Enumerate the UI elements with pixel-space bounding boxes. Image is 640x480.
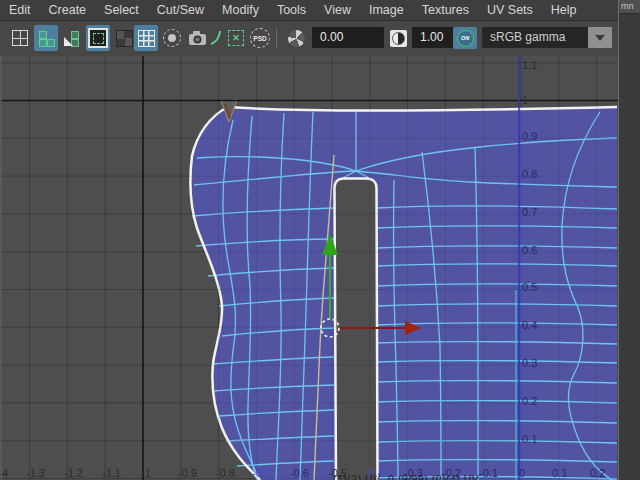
menu-tools[interactable]: Tools	[268, 0, 315, 20]
grab-swoosh-button[interactable]	[208, 25, 224, 51]
maya-uv-editor-window: EditCreateSelectCut/SewModifyToolsViewIm…	[0, 0, 640, 480]
menu-select[interactable]: Select	[95, 0, 148, 20]
dim-image-field[interactable]: 0.00	[312, 27, 384, 48]
menu-modify[interactable]: Modify	[213, 0, 268, 20]
menu-view[interactable]: View	[315, 0, 360, 20]
dim-image-button[interactable]	[284, 25, 308, 51]
chevron-down-icon	[595, 35, 605, 41]
green-swoosh-icon	[209, 29, 223, 47]
ruler-label-u: 0	[519, 467, 525, 479]
baked-texture-field[interactable]: 1.00	[412, 27, 454, 48]
image-display-button[interactable]	[86, 25, 110, 51]
ruler-label-v: 0.6	[522, 244, 537, 256]
ruler-label-v: 1.1	[522, 59, 537, 71]
ruler-label-v: 0.1	[522, 433, 537, 445]
ruler-label-u: -0.9	[178, 467, 197, 479]
ruler-label-v: 0.9	[522, 130, 537, 142]
colorspace-dropdown-arrow[interactable]	[588, 27, 612, 48]
ruler-label-v: 0.3	[522, 357, 537, 369]
snap-to-pixel-button[interactable]: ✕	[224, 25, 248, 51]
flip-shell-button[interactable]	[60, 25, 84, 51]
ruler-label-u: -0.1	[479, 467, 498, 479]
snap-to-pixel-icon: ✕	[228, 30, 244, 46]
ruler-label-v: 0.7	[522, 206, 537, 218]
uv-slot	[335, 179, 378, 480]
ruler-label-u: 4	[2, 467, 8, 479]
side-strip: mn	[618, 0, 640, 480]
colorspace-dropdown[interactable]: sRGB gamma	[482, 27, 596, 48]
uv-editor-panel: EditCreateSelectCut/SewModifyToolsViewIm…	[0, 0, 618, 480]
shell-border-button[interactable]	[34, 25, 58, 51]
clipped-panel-tab[interactable]: mn	[619, 0, 640, 14]
ruler-label-v: 0.4	[522, 319, 537, 331]
tile-layout-button[interactable]	[8, 25, 32, 51]
menu-image[interactable]: Image	[360, 0, 413, 20]
menu-edit[interactable]: Edit	[0, 0, 40, 20]
psd-icon: PSD	[250, 28, 270, 48]
aperture-icon	[288, 30, 305, 47]
ruler-label-u: -0.6	[290, 467, 309, 479]
uv-viewport[interactable]: 4-1.3-1.2-1.1-1-0.9-0.8-0.7-0.6-0.5-0.4-…	[0, 56, 618, 480]
ruler-label-v: 1	[522, 94, 528, 106]
menu-uv-sets[interactable]: UV Sets	[478, 0, 542, 20]
uv-shell-fill[interactable]	[190, 107, 617, 480]
update-psd-button[interactable]: PSD	[248, 25, 272, 51]
image-display-icon	[88, 28, 108, 48]
ruler-label-u: -1	[141, 467, 151, 479]
shell-border-icon	[38, 30, 54, 46]
tile-layout-icon	[12, 30, 28, 46]
pixel-grid-button[interactable]	[134, 25, 158, 51]
colorspace-on-toggle[interactable]: ON	[453, 27, 477, 49]
menu-create[interactable]: Create	[40, 0, 96, 20]
contrast-icon	[390, 30, 407, 47]
uv-snapshot-button[interactable]	[186, 25, 210, 51]
ruler-label-u: -1.2	[64, 467, 83, 479]
ruler-label-v: 0.8	[522, 168, 537, 180]
pixel-grid-icon	[138, 30, 155, 47]
isolate-select-icon	[163, 29, 181, 47]
ruler-label-u: -0.7	[252, 467, 271, 479]
ruler-label-v: 0.2	[522, 395, 537, 407]
menu-textures[interactable]: Textures	[413, 0, 478, 20]
menu-help[interactable]: Help	[542, 0, 586, 20]
hud-clipped-text: (1)(2) UV -0 (9/99) (0)(4) UV	[333, 473, 479, 480]
baked-texture-button[interactable]	[386, 25, 410, 51]
camera-icon	[187, 29, 209, 47]
checker-tile-button[interactable]	[112, 25, 136, 51]
checker-tile-icon	[116, 30, 133, 47]
ruler-label-u: -0.8	[216, 467, 235, 479]
menu-cut-sew[interactable]: Cut/Sew	[148, 0, 213, 20]
ruler-label-u: -1.3	[26, 467, 45, 479]
uv-canvas[interactable]: 4-1.3-1.2-1.1-1-0.9-0.8-0.7-0.6-0.5-0.4-…	[0, 56, 618, 480]
ruler-label-u: 0.2	[590, 467, 605, 479]
isolate-select-button[interactable]	[160, 25, 184, 51]
ruler-label-v: 0.5	[522, 281, 537, 293]
toolbar-separator	[276, 28, 277, 48]
toolbar: ✕ PSD 0.00 1.00 ON sRGB gamma	[0, 21, 618, 57]
flip-shell-icon	[64, 30, 80, 46]
ruler-label-u: -1.1	[102, 467, 121, 479]
menu-bar: EditCreateSelectCut/SewModifyToolsViewIm…	[0, 0, 618, 21]
ruler-label-u: 0.1	[552, 467, 567, 479]
on-badge: ON	[457, 30, 474, 47]
